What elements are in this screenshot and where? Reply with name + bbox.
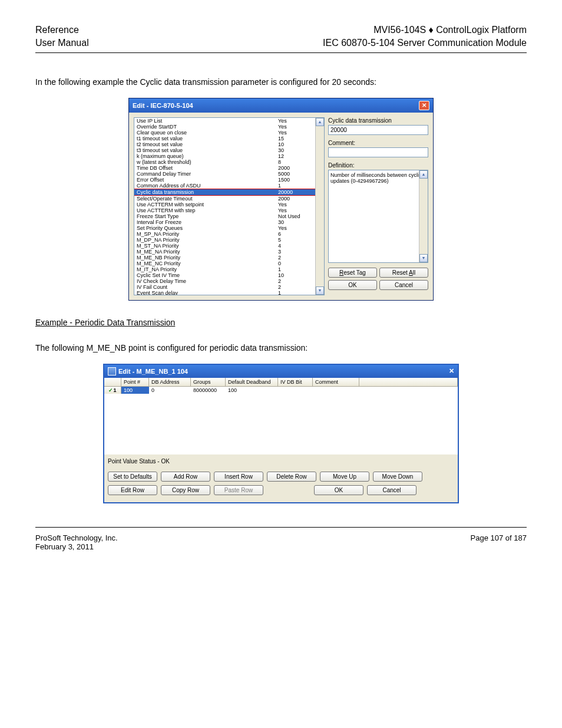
example-heading: Example - Periodic Data Transmission: [35, 317, 175, 329]
param-row[interactable]: M_DP_NA Priority5: [134, 237, 316, 243]
table-row[interactable]: ✓1 100 0 80000000 100: [104, 387, 458, 394]
set-defaults-button[interactable]: Set to Defaults: [108, 472, 157, 482]
param-row[interactable]: M_ME_NA Priority3: [134, 249, 316, 255]
delete-row-button[interactable]: Delete Row: [267, 472, 316, 482]
param-row[interactable]: M_IT_NA Priority1: [134, 266, 316, 272]
scroll-up-icon[interactable]: ▲: [419, 170, 428, 179]
header-left-top: Reference: [35, 24, 89, 37]
header-right-bottom: IEC 60870-5-104 Server Communication Mod…: [323, 37, 527, 50]
scrollbar[interactable]: ▲ ▼: [315, 118, 324, 295]
param-row[interactable]: Set Priority QueuesYes: [134, 225, 316, 231]
parameter-list[interactable]: Use IP ListYesOverride StartDTYesClear q…: [134, 117, 325, 295]
param-row[interactable]: Select/Operate Timeout2000: [134, 196, 316, 202]
move-up-button[interactable]: Move Up: [320, 472, 369, 482]
dialog2-title: Edit - M_ME_NB_1 104: [118, 368, 188, 375]
param-row[interactable]: M_ST_NA Priority4: [134, 243, 316, 249]
param-row[interactable]: Common Address of ASDU1: [134, 183, 316, 189]
param-row[interactable]: Clear queue on closeYes: [134, 130, 316, 136]
scroll-up-icon[interactable]: ▲: [316, 118, 324, 126]
param-row[interactable]: M_ME_NB Priority2: [134, 255, 316, 261]
comment-input[interactable]: [328, 147, 428, 157]
insert-row-button[interactable]: Insert Row: [214, 472, 263, 482]
param-row[interactable]: M_ME_NC Priority0: [134, 261, 316, 266]
param-row[interactable]: Use ACTTERM with setpointYes: [134, 202, 316, 207]
paste-row-button: Paste Row: [214, 485, 263, 495]
col-point[interactable]: Point #: [121, 378, 149, 386]
ok-button[interactable]: OK: [328, 280, 377, 290]
param-row[interactable]: Event Scan delay1: [134, 290, 316, 295]
status-text: Point Value Status - OK: [104, 454, 458, 468]
param-row[interactable]: w (latest ack threshold)8: [134, 159, 316, 165]
copy-row-button[interactable]: Copy Row: [161, 485, 210, 495]
header-right-top: MVI56-104S ♦ ControlLogix Platform: [323, 24, 527, 37]
param-row[interactable]: k (maximum queue)12: [134, 153, 316, 159]
col-deadband[interactable]: Default Deadband: [226, 378, 278, 386]
move-down-button[interactable]: Move Down: [373, 472, 422, 482]
param-row[interactable]: Error Offset1500: [134, 177, 316, 183]
param-row[interactable]: t1 timeout set value15: [134, 136, 316, 141]
param-row[interactable]: t2 timeout set value10: [134, 141, 316, 147]
definition-box: Number of milliseconds between cyclic up…: [328, 170, 428, 263]
dialog1-title: Edit - IEC-870-5-104: [133, 102, 193, 109]
param-row[interactable]: Freeze Start TypeNot Used: [134, 213, 316, 219]
footer-page: Page 107 of 187: [471, 533, 527, 551]
edit-me-nb-dialog: Edit - M_ME_NB_1 104 ✕ Point # DB Addres…: [103, 364, 459, 503]
add-row-button[interactable]: Add Row: [161, 472, 210, 482]
param-row[interactable]: t3 timeout set value30: [134, 147, 316, 153]
header-left-bottom: User Manual: [35, 37, 89, 50]
param-row[interactable]: IV Fail Count2: [134, 284, 316, 290]
cancel-button[interactable]: Cancel: [367, 485, 416, 495]
param-row[interactable]: Cyclic Set IV Time10: [134, 272, 316, 278]
param-value-input[interactable]: [328, 125, 428, 135]
param-row[interactable]: Interval For Freeze30: [134, 219, 316, 225]
footer-date: February 3, 2011: [35, 542, 118, 551]
reset-tag-button[interactable]: Reset Tag: [328, 268, 377, 278]
definition-label: Definition:: [328, 162, 428, 169]
col-db-address[interactable]: DB Address: [149, 378, 191, 386]
close-icon[interactable]: ✕: [449, 367, 454, 375]
param-row[interactable]: Use ACTTERM with stepYes: [134, 207, 316, 213]
scroll-down-icon[interactable]: ▼: [316, 286, 324, 295]
param-label: Cyclic data transmission: [328, 117, 428, 124]
reset-all-button[interactable]: Reset All: [379, 268, 428, 278]
points-grid[interactable]: Point # DB Address Groups Default Deadba…: [104, 378, 458, 454]
ok-button[interactable]: OK: [314, 485, 363, 495]
param-row[interactable]: Command Delay Timer5000: [134, 171, 316, 177]
param-row[interactable]: Time DB Offset2000: [134, 165, 316, 171]
param-row[interactable]: M_SP_NA Priority6: [134, 231, 316, 237]
cancel-button[interactable]: Cancel: [379, 280, 428, 290]
window-icon: [108, 367, 116, 375]
col-iv-db-bit[interactable]: IV DB Bit: [278, 378, 313, 386]
param-row[interactable]: Use IP ListYes: [134, 118, 316, 124]
scroll-down-icon[interactable]: ▼: [419, 254, 428, 262]
param-row[interactable]: Cyclic data transmission20000: [134, 189, 316, 196]
mid-text: The following M_ME_NB point is configure…: [35, 342, 527, 354]
footer-company: ProSoft Technology, Inc.: [35, 533, 118, 542]
edit-row-button[interactable]: Edit Row: [108, 485, 157, 495]
param-row[interactable]: IV Check Delay Time2: [134, 278, 316, 284]
param-row[interactable]: Override StartDTYes: [134, 124, 316, 130]
close-icon[interactable]: ✕: [419, 101, 429, 110]
edit-iec-dialog: Edit - IEC-870-5-104 ✕ Use IP ListYesOve…: [128, 98, 434, 301]
col-comment[interactable]: Comment: [313, 378, 359, 386]
col-groups[interactable]: Groups: [191, 378, 226, 386]
intro-text: In the following example the Cyclic data…: [35, 77, 527, 88]
comment-label: Comment:: [328, 140, 428, 146]
